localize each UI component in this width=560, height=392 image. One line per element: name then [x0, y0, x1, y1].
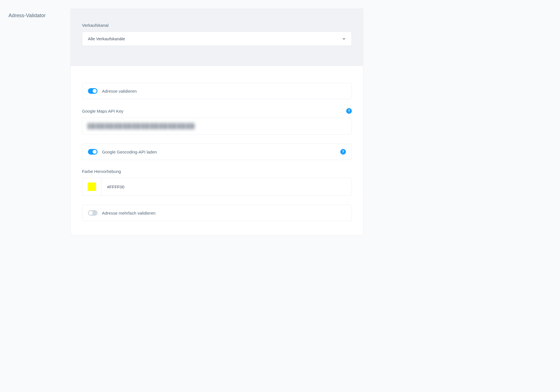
- page-title: Adress-Validator: [8, 8, 65, 235]
- highlight-color-label: Farbe Hervorhebung: [82, 169, 352, 174]
- highlight-color-input[interactable]: [101, 178, 352, 195]
- card-header: Verkaufskanal Alle Verkaufskanäle: [71, 9, 363, 66]
- validate-multiple-label: Adresse mehrfach validieren: [102, 211, 155, 215]
- channel-label: Verkaufskanal: [82, 23, 352, 28]
- load-geocoding-row: Google Geocoding-API laden ?: [82, 144, 352, 160]
- chevron-down-icon: [342, 37, 346, 41]
- help-icon[interactable]: ?: [340, 149, 346, 155]
- validate-address-row: Adresse validieren: [82, 83, 352, 99]
- load-geocoding-toggle[interactable]: [88, 149, 97, 155]
- color-swatch[interactable]: [82, 178, 101, 195]
- api-key-label: Google Maps API Key: [82, 109, 123, 113]
- load-geocoding-label: Google Geocoding-API laden: [102, 150, 157, 154]
- channel-selected-value: Alle Verkaufskanäle: [88, 36, 125, 41]
- channel-select[interactable]: Alle Verkaufskanäle: [82, 32, 352, 46]
- card-body: Adresse validieren Google Maps API Key ?: [71, 66, 363, 235]
- config-card: Verkaufskanal Alle Verkaufskanäle Adress…: [70, 8, 363, 235]
- help-icon[interactable]: ?: [346, 108, 352, 114]
- highlight-color-row: [82, 178, 352, 196]
- validate-multiple-toggle[interactable]: [88, 210, 97, 216]
- api-key-value-blurred: [88, 123, 195, 129]
- color-swatch-inner: [88, 182, 96, 191]
- api-key-input[interactable]: [82, 118, 352, 135]
- validate-multiple-row: Adresse mehrfach validieren: [82, 205, 352, 221]
- validate-address-toggle[interactable]: [88, 88, 97, 94]
- validate-address-label: Adresse validieren: [102, 89, 137, 93]
